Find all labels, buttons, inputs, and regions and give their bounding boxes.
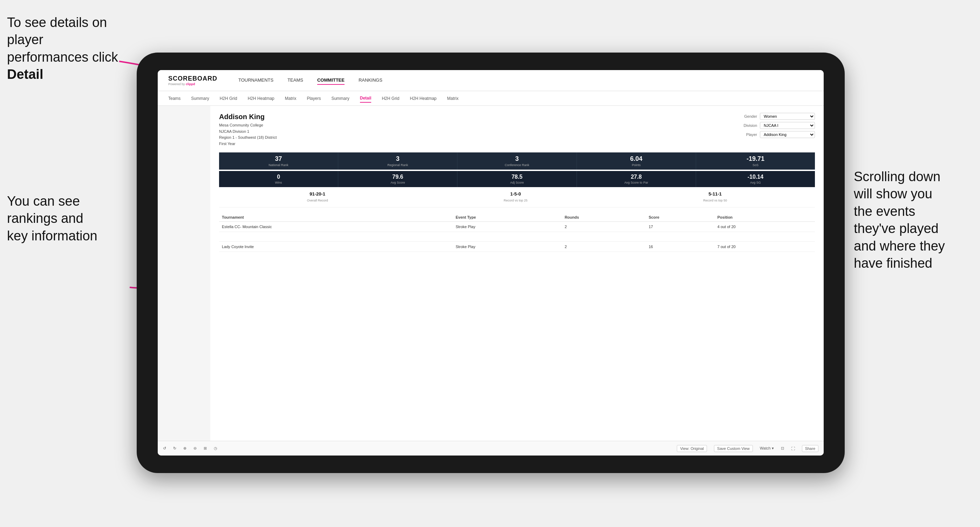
gender-select[interactable]: Women — [760, 113, 815, 120]
annotation-bottom-left-line3: key information — [7, 229, 97, 243]
toolbar-icon-3: ⊞ — [204, 446, 207, 451]
stat-avg-score-to-par: 27.8 Avg Score to Par — [577, 171, 696, 187]
cell-rounds-1: 2 — [562, 222, 646, 232]
gender-control: Gender Women — [738, 113, 815, 120]
player-select[interactable]: Addison King — [760, 131, 815, 138]
stat-avg-sg: -10.14 Avg SG — [696, 171, 815, 187]
annotation-bottom-left-line2: rankings and — [7, 211, 83, 225]
cell-score-1: 17 — [646, 222, 715, 232]
sub-nav-matrix2[interactable]: Matrix — [447, 95, 459, 102]
toolbar-icon-4: ◷ — [214, 446, 217, 451]
cell-event-type-3: Stroke Play — [453, 242, 562, 252]
cell-event-type-1: Stroke Play — [453, 222, 562, 232]
sub-nav-summary2[interactable]: Summary — [331, 95, 349, 102]
annotation-right-line3: the events — [854, 204, 915, 219]
player-region: Region 1 - Southwest (18) District — [219, 135, 277, 141]
stat-sos: -19.71 SoS — [696, 152, 815, 170]
sub-nav-matrix[interactable]: Matrix — [285, 95, 296, 102]
gender-label: Gender — [738, 114, 757, 118]
stat-points: 6.04 Points — [577, 152, 696, 170]
toolbar-icon-2: ⊖ — [194, 446, 197, 451]
logo-area: SCOREBOARD Powered by clippd — [168, 75, 217, 86]
annotation-right: Scrolling down will show you the events … — [854, 168, 973, 272]
record-top25: 1-5-0 Record vs top 25 — [504, 191, 528, 203]
stat-wins: 0 Wins — [219, 171, 338, 187]
player-division: NJCAA Division 1 — [219, 129, 277, 135]
col-score: Score — [646, 213, 715, 222]
sub-nav-teams[interactable]: Teams — [168, 95, 180, 102]
sub-nav-h2h-grid2[interactable]: H2H Grid — [382, 95, 399, 102]
events-table: Tournament Event Type Rounds Score Posit… — [219, 213, 815, 252]
tablet-frame: SCOREBOARD Powered by clippd TOURNAMENTS… — [137, 52, 845, 473]
stat-avg-score: 79.6 Avg Score — [338, 171, 457, 187]
table-row — [219, 232, 815, 242]
cell-tournament-1: Estella CC- Mountain Classic — [219, 222, 453, 232]
stat-regional-rank: 3 Regional Rank — [338, 152, 457, 170]
view-original-button[interactable]: View: Original — [677, 445, 707, 452]
annotation-bottom-left-line1: You can see — [7, 194, 80, 208]
empty-row — [219, 232, 815, 242]
sub-nav-h2h-heatmap2[interactable]: H2H Heatmap — [410, 95, 436, 102]
col-event-type: Event Type — [453, 213, 562, 222]
logo-clippd: clippd — [186, 83, 195, 86]
annotation-detail-bold: Detail — [7, 67, 43, 82]
toolbar-icon-6: ⛶ — [791, 446, 795, 451]
cell-position-1: 4 out of 20 — [715, 222, 815, 232]
stats-row-2: 0 Wins 79.6 Avg Score 78.5 Adj Score 27.… — [219, 171, 815, 187]
annotation-right-line4: they've played — [854, 221, 939, 236]
player-header: Addison King Mesa Community College NJCA… — [219, 113, 815, 147]
player-controls: Gender Women Division NJCAA I — [738, 113, 815, 138]
save-custom-button[interactable]: Save Custom View — [714, 445, 753, 452]
nav-committee[interactable]: COMMITTEE — [317, 76, 345, 85]
table-row: Estella CC- Mountain Classic Stroke Play… — [219, 222, 815, 232]
annotation-right-line6: have finished — [854, 256, 932, 270]
annotation-top-left-text: To see details on player performances cl… — [7, 15, 118, 65]
annotation-right-line5: and where they — [854, 239, 945, 253]
share-button[interactable]: Share — [802, 445, 818, 452]
top-nav: SCOREBOARD Powered by clippd TOURNAMENTS… — [158, 70, 824, 91]
sub-nav: Teams Summary H2H Grid H2H Heatmap Matri… — [158, 91, 824, 106]
player-school: Mesa Community College — [219, 122, 277, 129]
nav-tournaments[interactable]: TOURNAMENTS — [238, 76, 274, 85]
sub-nav-h2h-grid[interactable]: H2H Grid — [220, 95, 237, 102]
left-sidebar — [158, 106, 210, 441]
stat-national-rank: 37 National Rank — [219, 152, 338, 170]
nav-rankings[interactable]: RANKINGS — [359, 76, 382, 85]
player-control-label: Player — [738, 132, 757, 137]
cell-rounds-3: 2 — [562, 242, 646, 252]
division-label: Division — [738, 123, 757, 127]
sub-nav-summary[interactable]: Summary — [191, 95, 209, 102]
content-area: Addison King Mesa Community College NJCA… — [210, 106, 824, 441]
toolbar-icon-1: ⊕ — [183, 446, 186, 451]
nav-items: TOURNAMENTS TEAMS COMMITTEE RANKINGS — [238, 76, 382, 85]
record-overall: 91-20-1 Overall Record — [307, 191, 328, 203]
undo-button[interactable]: ↺ — [163, 446, 166, 451]
cell-tournament-3: Lady Coyote Invite — [219, 242, 453, 252]
main-content: Addison King Mesa Community College NJCA… — [158, 106, 824, 441]
cell-score-3: 16 — [646, 242, 715, 252]
col-rounds: Rounds — [562, 213, 646, 222]
sub-nav-h2h-heatmap[interactable]: H2H Heatmap — [248, 95, 274, 102]
sub-nav-players[interactable]: Players — [307, 95, 321, 102]
logo-powered: Powered by clippd — [168, 83, 217, 86]
col-tournament: Tournament — [219, 213, 453, 222]
logo-scoreboard: SCOREBOARD — [168, 75, 217, 83]
col-position: Position — [715, 213, 815, 222]
sub-nav-detail[interactable]: Detail — [360, 94, 372, 103]
player-year: First Year — [219, 141, 277, 147]
player-info: Addison King Mesa Community College NJCA… — [219, 113, 277, 147]
annotation-bottom-left: You can see rankings and key information — [7, 193, 126, 244]
division-control: Division NJCAA I — [738, 122, 815, 129]
cell-position-3: 7 out of 20 — [715, 242, 815, 252]
records-row: 91-20-1 Overall Record 1-5-0 Record vs t… — [219, 191, 815, 208]
player-name: Addison King — [219, 113, 277, 121]
record-top50: 5-11-1 Record vs top 50 — [703, 191, 727, 203]
annotation-top-left: To see details on player performances cl… — [7, 14, 126, 83]
watch-button[interactable]: Watch ▾ — [760, 446, 774, 451]
bottom-toolbar: ↺ ↻ ⊕ ⊖ ⊞ ◷ View: Original Save Custom V… — [158, 441, 824, 456]
division-select[interactable]: NJCAA I — [760, 122, 815, 129]
nav-teams[interactable]: TEAMS — [287, 76, 303, 85]
player-control: Player Addison King — [738, 131, 815, 138]
stat-adj-score: 78.5 Adj Score — [457, 171, 577, 187]
redo-button[interactable]: ↻ — [173, 446, 176, 451]
